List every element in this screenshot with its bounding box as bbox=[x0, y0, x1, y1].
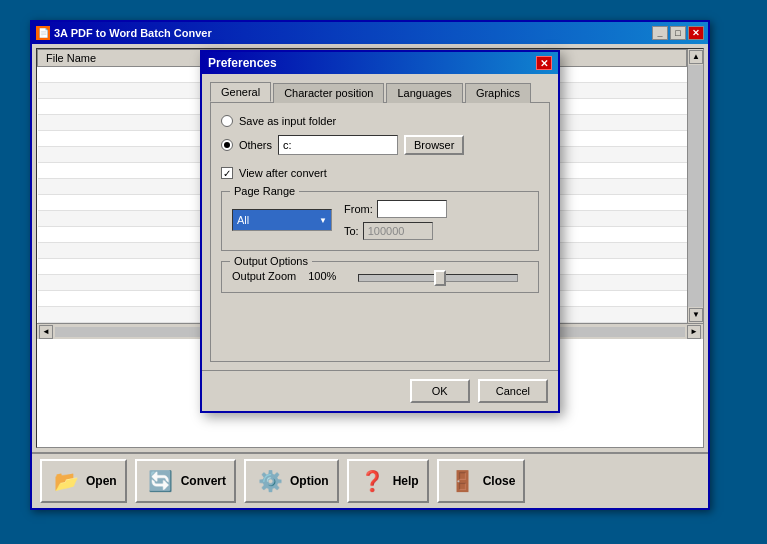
output-options-content: Output Zoom 100% bbox=[232, 270, 528, 282]
open-icon: 📂 bbox=[50, 465, 82, 497]
minimize-button[interactable]: _ bbox=[652, 26, 668, 40]
dialog-content: General Character position Languages Gra… bbox=[202, 74, 558, 370]
scroll-right-button[interactable]: ► bbox=[687, 325, 701, 339]
ok-button[interactable]: OK bbox=[410, 379, 470, 403]
output-options-group: Output Options Output Zoom 100% bbox=[221, 261, 539, 293]
tab-panel-general: Save as input folder Others Browser ✓ Vi… bbox=[210, 102, 550, 362]
preferences-dialog: Preferences ✕ General Character position… bbox=[200, 50, 560, 413]
others-row: Others Browser bbox=[221, 135, 539, 155]
others-radio[interactable] bbox=[221, 139, 233, 151]
browser-button[interactable]: Browser bbox=[404, 135, 464, 155]
scroll-left-button[interactable]: ◄ bbox=[39, 325, 53, 339]
maximize-button[interactable]: □ bbox=[670, 26, 686, 40]
zoom-slider-track[interactable] bbox=[358, 274, 518, 282]
from-label: From: bbox=[344, 203, 373, 215]
scroll-down-button[interactable]: ▼ bbox=[689, 308, 703, 322]
app-icon: 📄 bbox=[36, 26, 50, 40]
option-label: Option bbox=[290, 474, 329, 488]
main-titlebar: 📄 3A PDF to Word Batch Conver _ □ ✕ bbox=[32, 22, 708, 44]
page-range-content: All ▼ From: To: bbox=[232, 200, 528, 240]
output-zoom-label: Output Zoom bbox=[232, 270, 296, 282]
titlebar-buttons: _ □ ✕ bbox=[652, 26, 704, 40]
help-label: Help bbox=[393, 474, 419, 488]
zoom-slider-thumb[interactable] bbox=[434, 270, 446, 286]
dialog-title: Preferences bbox=[208, 56, 536, 70]
close-app-button[interactable]: 🚪 Close bbox=[437, 459, 526, 503]
view-after-convert-row: ✓ View after convert bbox=[221, 167, 539, 179]
save-as-input-folder-row: Save as input folder bbox=[221, 115, 539, 127]
cancel-button[interactable]: Cancel bbox=[478, 379, 548, 403]
dropdown-arrow-icon: ▼ bbox=[319, 216, 327, 225]
open-button[interactable]: 📂 Open bbox=[40, 459, 127, 503]
tab-character-position[interactable]: Character position bbox=[273, 83, 384, 103]
zoom-slider-area bbox=[348, 270, 528, 282]
tab-bar: General Character position Languages Gra… bbox=[210, 82, 550, 102]
app-title: 3A PDF to Word Batch Conver bbox=[54, 27, 212, 39]
close-button[interactable]: ✕ bbox=[688, 26, 704, 40]
help-button[interactable]: ❓ Help bbox=[347, 459, 429, 503]
to-input[interactable] bbox=[363, 222, 433, 240]
tab-languages[interactable]: Languages bbox=[386, 83, 462, 103]
option-icon: ⚙️ bbox=[254, 465, 286, 497]
others-path-input[interactable] bbox=[278, 135, 398, 155]
from-input[interactable] bbox=[377, 200, 447, 218]
page-range-label: Page Range bbox=[230, 185, 299, 197]
page-range-value: All bbox=[237, 214, 249, 226]
to-label: To: bbox=[344, 225, 359, 237]
convert-label: Convert bbox=[181, 474, 226, 488]
help-icon: ❓ bbox=[357, 465, 389, 497]
dialog-buttons: OK Cancel bbox=[202, 370, 558, 411]
close-app-icon: 🚪 bbox=[447, 465, 479, 497]
close-app-label: Close bbox=[483, 474, 516, 488]
tab-graphics[interactable]: Graphics bbox=[465, 83, 531, 103]
view-after-convert-checkbox[interactable]: ✓ bbox=[221, 167, 233, 179]
from-to-area: From: To: bbox=[344, 200, 447, 240]
vertical-scrollbar[interactable]: ▲ ▼ bbox=[687, 49, 703, 323]
convert-icon: 🔄 bbox=[145, 465, 177, 497]
bottom-toolbar: 📂 Open 🔄 Convert ⚙️ Option ❓ Help 🚪 Clos… bbox=[32, 452, 708, 508]
dialog-titlebar: Preferences ✕ bbox=[202, 52, 558, 74]
save-as-input-folder-radio[interactable] bbox=[221, 115, 233, 127]
zoom-value: 100% bbox=[308, 270, 336, 282]
others-label: Others bbox=[239, 139, 272, 151]
scroll-up-button[interactable]: ▲ bbox=[689, 50, 703, 64]
page-range-group: Page Range All ▼ From: To: bbox=[221, 191, 539, 251]
tab-general[interactable]: General bbox=[210, 82, 271, 102]
from-row: From: bbox=[344, 200, 447, 218]
option-button[interactable]: ⚙️ Option bbox=[244, 459, 339, 503]
to-row: To: bbox=[344, 222, 447, 240]
scroll-track[interactable] bbox=[688, 65, 703, 307]
convert-button[interactable]: 🔄 Convert bbox=[135, 459, 236, 503]
page-range-select[interactable]: All ▼ bbox=[232, 209, 332, 231]
open-label: Open bbox=[86, 474, 117, 488]
output-options-label: Output Options bbox=[230, 255, 312, 267]
save-as-input-folder-label: Save as input folder bbox=[239, 115, 336, 127]
dialog-close-button[interactable]: ✕ bbox=[536, 56, 552, 70]
view-after-convert-label: View after convert bbox=[239, 167, 327, 179]
